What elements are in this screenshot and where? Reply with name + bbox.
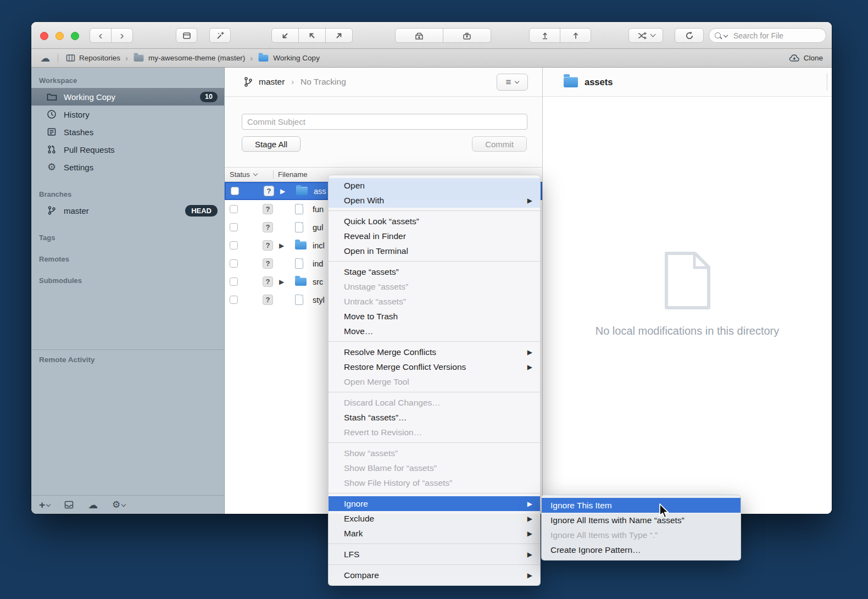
merge-button[interactable]: [560, 28, 591, 43]
stage-checkbox[interactable]: [230, 278, 238, 286]
menu-separator: [329, 543, 540, 544]
sync-group: [529, 28, 591, 43]
submenu-item-ignore-all-name[interactable]: Ignore All Items with Name “assets”: [542, 513, 741, 528]
menu-separator: [329, 261, 540, 262]
stash-button[interactable]: [395, 28, 443, 43]
tray-icon: [64, 501, 74, 509]
list-options-button[interactable]: ≡: [497, 74, 528, 91]
breadcrumb-label: Working Copy: [273, 54, 320, 62]
arrow-up-icon: [571, 31, 581, 41]
gitflow-button[interactable]: [628, 28, 663, 43]
menu-item-ignore[interactable]: Ignore▶: [329, 496, 540, 511]
submenu-item-ignore-this-item[interactable]: Ignore This Item: [542, 498, 741, 513]
close-button[interactable]: [40, 32, 48, 40]
branch-icon: [243, 76, 253, 87]
stage-checkbox[interactable]: [230, 241, 238, 249]
breadcrumb-item-working-copy[interactable]: Working Copy: [258, 54, 320, 62]
menu-item-open[interactable]: Open: [329, 178, 540, 193]
column-divider[interactable]: [273, 170, 274, 179]
menu-item-label: Ignore: [344, 499, 368, 509]
sidebar-item-stashes[interactable]: Stashes: [31, 123, 224, 141]
cloud-account-icon[interactable]: ☁: [40, 53, 50, 63]
menu-item-open-with[interactable]: Open With▶: [329, 193, 540, 208]
plus-icon: +: [39, 500, 45, 510]
sidebar-item-working-copy[interactable]: Working Copy 10: [31, 88, 224, 106]
back-button[interactable]: ‹: [90, 28, 112, 43]
filename: src: [313, 278, 323, 286]
sidebar-item-master[interactable]: master HEAD: [31, 202, 224, 219]
stash-box-icon: [414, 31, 424, 41]
gitflow-icon: [637, 31, 648, 40]
stage-checkbox[interactable]: [230, 296, 238, 304]
menu-item-open-in-terminal[interactable]: Open in Terminal: [329, 243, 540, 258]
menu-item-stage[interactable]: Stage “assets”: [329, 264, 540, 279]
stage-checkbox[interactable]: [231, 187, 239, 195]
context-menu: Open Open With▶ Quick Look “assets” Reve…: [328, 175, 541, 586]
remote-button[interactable]: ☁: [88, 500, 98, 510]
stage-checkbox[interactable]: [230, 223, 238, 231]
menu-item-label: Mark: [344, 529, 363, 539]
zoom-button[interactable]: [71, 32, 79, 40]
tracking-status: No Tracking: [301, 77, 346, 87]
column-filename[interactable]: Filename: [278, 170, 307, 179]
clock-icon: [46, 109, 58, 119]
minimize-button[interactable]: [55, 32, 64, 40]
actions-button[interactable]: [209, 28, 231, 43]
clone-button[interactable]: Clone: [789, 54, 823, 62]
menu-item-compare[interactable]: Compare▶: [329, 568, 540, 583]
mouse-cursor: [658, 503, 671, 519]
sidebar-item-history[interactable]: History: [31, 106, 224, 123]
shelve-button[interactable]: [325, 28, 353, 43]
breadcrumb-item-repo[interactable]: my-awesome-theme (master): [133, 54, 245, 62]
menu-item-exclude[interactable]: Exclude▶: [329, 511, 540, 526]
menu-item-stash[interactable]: Stash “assets”…: [329, 410, 540, 425]
reset-button[interactable]: [298, 28, 326, 43]
forward-button[interactable]: ›: [111, 28, 133, 43]
menu-item-restore-merge-conflict-versions[interactable]: Restore Merge Conflict Versions▶: [329, 359, 540, 374]
commit-subject-input[interactable]: [242, 114, 527, 130]
gear-icon: ⚙: [46, 162, 58, 172]
sidebar-item-pull-requests[interactable]: Pull Requests: [31, 141, 224, 158]
column-status[interactable]: Status: [225, 170, 257, 179]
chevron-down-icon: [46, 502, 51, 506]
commit-button[interactable]: Commit: [472, 136, 527, 152]
menu-separator: [329, 442, 540, 443]
stage-all-button[interactable]: Stage All: [242, 136, 301, 152]
status-badge: ?: [263, 295, 273, 305]
settings-button[interactable]: ⚙: [112, 500, 125, 509]
divider: [58, 53, 58, 63]
menu-item-label: Revert to Revision…: [344, 428, 422, 437]
menu-item-move-to-trash[interactable]: Move to Trash: [329, 309, 540, 324]
archive-button[interactable]: [443, 28, 491, 43]
branch-button[interactable]: [529, 28, 560, 43]
menu-item-move[interactable]: Move…: [329, 324, 540, 339]
submenu-arrow-icon: ▶: [527, 514, 532, 524]
chevron-down-icon: [121, 502, 126, 506]
add-button[interactable]: +: [39, 500, 50, 510]
menu-item-quick-look[interactable]: Quick Look “assets”: [329, 214, 540, 229]
menu-item-resolve-merge-conflicts[interactable]: Resolve Merge Conflicts▶: [329, 345, 540, 359]
stage-checkbox[interactable]: [230, 205, 238, 213]
breadcrumb-item-repositories[interactable]: Repositories: [66, 54, 120, 62]
search-input[interactable]: [732, 31, 817, 41]
breadcrumb: ☁ Repositories › my-awesome-theme (maste…: [31, 49, 832, 68]
file-icon: [295, 204, 303, 214]
disclosure-triangle-icon[interactable]: ▶: [279, 278, 284, 286]
disclosure-triangle-icon[interactable]: ▶: [279, 242, 284, 249]
sidebar-item-settings[interactable]: ⚙ Settings: [31, 158, 224, 176]
submenu-item-create-ignore-pattern[interactable]: Create Ignore Pattern…: [542, 542, 741, 557]
checkout-button[interactable]: [271, 28, 299, 43]
file-search-field[interactable]: [709, 28, 826, 43]
menu-item-reveal-in-finder[interactable]: Reveal in Finder: [329, 229, 540, 243]
arrow-northeast-icon: [334, 31, 344, 41]
inbox-button[interactable]: [64, 501, 74, 509]
commit-mode-button[interactable]: [176, 28, 197, 43]
file-icon: [295, 295, 303, 305]
refresh-button[interactable]: [675, 28, 704, 43]
stage-checkbox[interactable]: [230, 259, 238, 268]
menu-item-label: Compare: [344, 570, 379, 580]
menu-item-lfs[interactable]: LFS▶: [329, 547, 540, 562]
disclosure-triangle-icon[interactable]: ▶: [280, 187, 285, 195]
sidebar-item-label: Settings: [64, 163, 93, 172]
menu-item-mark[interactable]: Mark▶: [329, 526, 540, 541]
